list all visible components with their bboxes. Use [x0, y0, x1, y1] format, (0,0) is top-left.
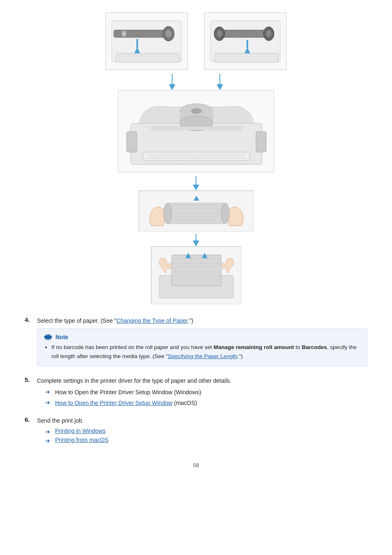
svg-point-13	[217, 30, 222, 37]
printing-windows-link[interactable]: Printing in Windows	[55, 428, 106, 434]
note-list: If no barcode has been printed on the ro…	[44, 343, 360, 361]
svg-rect-50	[168, 203, 225, 224]
connector-center-down	[193, 176, 199, 190]
arrow-icon-1: ➔	[45, 388, 52, 395]
step-6-content: Send the print job. ➔ Printing in Window…	[37, 416, 367, 446]
step-5-sub-2: ➔ How to Open the Printer Driver Setup W…	[45, 398, 367, 407]
page-content: 4. Select the type of paper. (See "Chang…	[25, 12, 367, 468]
arrow-icon-2: ➔	[45, 399, 52, 406]
note-text-mid: to	[294, 344, 302, 350]
svg-point-15	[266, 30, 272, 37]
step-4-number: 4.	[25, 316, 33, 323]
note-bold2: Barcodes	[302, 344, 327, 350]
macos-driver-link[interactable]: How to Open the Printer Driver Setup Win…	[55, 400, 173, 406]
note-bold1: Manage remaining roll amount	[214, 344, 294, 350]
step-4-content: Select the type of paper. (See "Changing…	[37, 316, 367, 370]
connector-hands-down	[193, 234, 199, 246]
step-4-text-after: .")	[188, 317, 194, 324]
step-4: 4. Select the type of paper. (See "Chang…	[25, 316, 367, 370]
svg-rect-25	[256, 132, 266, 152]
step-6-number: 6.	[25, 416, 33, 423]
step-5-number: 5.	[25, 376, 33, 383]
connector-right	[217, 74, 223, 90]
step-5-sub-2-suffix: (macOS)	[173, 400, 197, 406]
svg-rect-11	[219, 30, 268, 37]
step-6-sub-1: ➔ Printing in Windows	[45, 428, 367, 435]
svg-rect-26	[143, 152, 250, 160]
svg-point-5	[122, 32, 126, 36]
svg-point-3	[165, 30, 172, 38]
changing-paper-type-link[interactable]: Changing the Type of Paper	[116, 317, 187, 324]
note-text-end: .")	[238, 353, 243, 359]
step-4-text-before: Select the type of paper. (See "	[37, 317, 116, 324]
note-box: Note If no barcode has been printed on t…	[37, 328, 367, 366]
diagram-top-left	[106, 12, 188, 70]
bottom-section	[138, 176, 254, 304]
svg-rect-8	[116, 53, 180, 62]
arrow-icon-4: ➔	[45, 437, 52, 444]
diagram-center	[118, 90, 274, 172]
step-5-text: Complete settings in the printer driver …	[37, 376, 367, 385]
specifying-paper-length-link[interactable]: Specifying the Paper Length	[168, 353, 238, 359]
diagram-hands	[138, 190, 254, 231]
diagram-top-right	[204, 12, 286, 70]
top-diagrams	[106, 12, 286, 70]
svg-rect-18	[214, 53, 278, 62]
svg-rect-17	[247, 40, 248, 48]
step-6-sub-items: ➔ Printing in Windows ➔ Printing from ma…	[37, 428, 367, 444]
note-text-before: If no barcode has been printed on the ro…	[51, 344, 214, 350]
svg-point-51	[164, 203, 172, 224]
diagram-area	[25, 12, 367, 304]
step-5-sub-items: ➔ How to Open the Printer Driver Setup W…	[37, 388, 367, 408]
step-4-text: Select the type of paper. (See "Changing…	[37, 316, 367, 325]
svg-rect-24	[127, 132, 137, 152]
step-5-sub-1: ➔ How to Open the Printer Driver Setup W…	[45, 388, 367, 397]
note-item-1: If no barcode has been printed on the ro…	[51, 343, 360, 361]
svg-rect-7	[136, 39, 138, 48]
svg-rect-62	[172, 255, 221, 286]
printing-macos-link[interactable]: Printing from macOS	[55, 437, 108, 443]
step-6-sub-2: ➔ Printing from macOS	[45, 437, 367, 444]
svg-marker-71	[46, 334, 52, 340]
connector-left	[169, 74, 175, 90]
svg-point-23	[191, 109, 201, 113]
step-5: 5. Complete settings in the printer driv…	[25, 376, 367, 409]
step-5-content: Complete settings in the printer driver …	[37, 376, 367, 409]
step-5-sub-2-text: How to Open the Printer Driver Setup Win…	[55, 398, 197, 407]
svg-rect-48	[151, 127, 242, 130]
page-number: 58	[25, 462, 367, 468]
svg-point-52	[221, 203, 229, 224]
arrow-icon-3: ➔	[45, 428, 52, 435]
diagram-paper-insert	[151, 246, 241, 304]
step-5-sub-1-text: How to Open the Printer Driver Setup Win…	[55, 388, 201, 397]
note-label: Note	[55, 334, 68, 340]
note-header: Note	[44, 334, 360, 340]
step-6-text: Send the print job.	[37, 416, 367, 425]
note-icon	[44, 334, 53, 340]
step-6: 6. Send the print job. ➔ Printing in Win…	[25, 416, 367, 446]
